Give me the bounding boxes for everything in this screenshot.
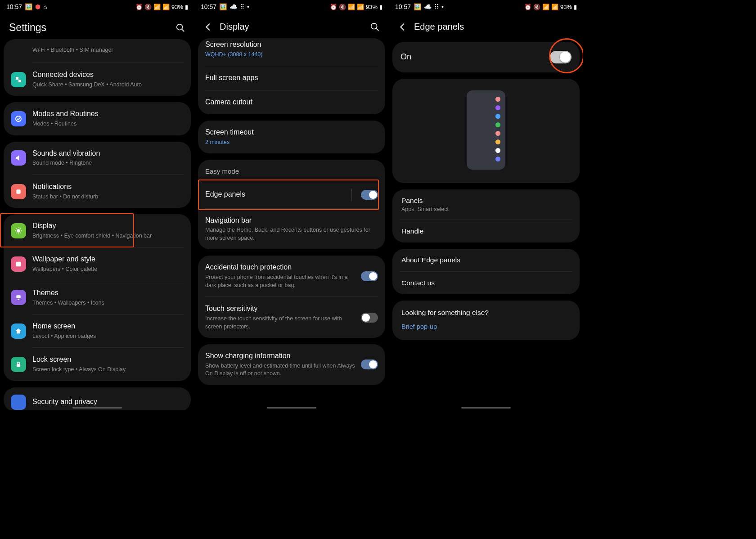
row-home-screen[interactable]: Home screen Layout • App icon badges — [4, 314, 191, 347]
row-screen-resolution[interactable]: Screen resolution WQHD+ (3088 x 1440) — [198, 38, 385, 66]
battery-icon: ▮ — [185, 4, 188, 10]
row-title: Navigation bar — [205, 216, 378, 225]
search-button[interactable] — [370, 22, 380, 32]
row-title: Lock screen — [32, 355, 184, 364]
row-sub: Sound mode • Ringtone — [32, 159, 184, 167]
row-sub: Themes • Wallpapers • Icons — [32, 299, 184, 307]
row-title: Easy mode — [205, 167, 378, 176]
edge-panels-toggle[interactable] — [361, 190, 378, 200]
row-about-edge[interactable]: About Edge panels — [392, 249, 580, 271]
search-button[interactable] — [176, 23, 185, 33]
row-sub: Apps, Smart select — [401, 206, 571, 212]
mute-icon: 🔇 — [144, 4, 152, 10]
charging-info-toggle[interactable] — [361, 359, 378, 369]
row-modes-routines[interactable]: Modes and Routines Modes • Routines — [4, 102, 191, 135]
status-dots-icon: ⠿ — [240, 3, 244, 10]
row-title: Screen resolution — [205, 40, 378, 49]
row-navigation-bar[interactable]: Navigation bar Manage the Home, Back, an… — [198, 209, 385, 250]
status-gallery-icon: 🖼️ — [25, 3, 32, 10]
row-touch-sensitivity[interactable]: Touch sensitivity Increase the touch sen… — [198, 297, 385, 338]
notifications-icon — [11, 184, 26, 199]
preview-dot — [495, 114, 500, 119]
brief-popup-link[interactable]: Brief pop-up — [401, 323, 571, 330]
row-screen-timeout[interactable]: Screen timeout 2 minutes — [198, 121, 385, 153]
row-sub: Show battery level and estimated time un… — [205, 362, 356, 378]
row-wallpaper[interactable]: Wallpaper and style Wallpapers • Color p… — [4, 247, 191, 280]
row-panels[interactable]: Panels Apps, Smart select — [392, 189, 580, 220]
nav-indicator — [267, 407, 316, 409]
row-title: Accidental touch protection — [205, 263, 356, 272]
row-sounds[interactable]: Sounds and vibration Sound mode • Ringto… — [4, 142, 191, 175]
edge-header: Edge panels — [389, 13, 583, 42]
status-time: 10:57 — [395, 3, 411, 10]
status-bar: 10:57 🖼️ ⬢ ⌂ ⏰ 🔇 📶 📶 93% ▮ — [0, 0, 194, 13]
preview-dot — [495, 97, 500, 102]
status-more-icon: • — [247, 3, 249, 10]
status-bar: 10:57 🖼️ ☁️ ⠿ • ⏰ 🔇 📶 📶 93% ▮ — [389, 0, 583, 13]
row-on-toggle[interactable]: On — [392, 42, 580, 72]
status-gallery-icon: 🖼️ — [414, 3, 421, 10]
row-connected-devices[interactable]: Connected devices Quick Share • Samsung … — [4, 63, 191, 96]
nav-indicator — [461, 407, 511, 409]
status-home-icon: ⌂ — [43, 3, 47, 10]
row-handle[interactable]: Handle — [392, 220, 580, 243]
row-connections-partial[interactable]: Wi-Fi • Bluetooth • SIM manager — [4, 39, 191, 63]
row-title: Modes and Routines — [32, 109, 184, 119]
touch-sensitivity-toggle[interactable] — [361, 313, 378, 323]
row-charging-info[interactable]: Show charging information Show battery l… — [198, 344, 385, 385]
card-panels-handle: Panels Apps, Smart select Handle — [392, 189, 580, 243]
row-lock-screen[interactable]: Lock screen Screen lock type • Always On… — [4, 348, 191, 381]
row-title: Security and privacy — [32, 397, 184, 407]
row-sub: Quick Share • Samsung DeX • Android Auto — [32, 81, 184, 89]
preview-dot — [495, 157, 500, 162]
row-accidental-touch[interactable]: Accidental touch protection Protect your… — [198, 256, 385, 296]
preview-dot — [495, 139, 500, 144]
svg-rect-17 — [18, 299, 19, 300]
signal-icon: 📶 — [551, 4, 558, 10]
preview-dot — [495, 122, 500, 127]
svg-line-20 — [376, 28, 379, 31]
looking-title: Looking for something else? — [401, 309, 571, 317]
on-label: On — [400, 52, 545, 62]
row-notifications[interactable]: Notifications Status bar • Do not distur… — [4, 175, 191, 208]
back-button[interactable] — [203, 22, 213, 32]
status-dots-icon: ⠿ — [434, 3, 439, 10]
back-button[interactable] — [398, 22, 408, 32]
row-sub: Brightness • Eye comfort shield • Naviga… — [32, 232, 184, 240]
row-easy-mode[interactable]: Easy mode — [198, 160, 385, 180]
alarm-icon: ⏰ — [135, 4, 143, 10]
card-preview — [392, 79, 580, 183]
security-icon — [11, 395, 26, 410]
card-looking-for: Looking for something else? Brief pop-up — [392, 301, 580, 340]
svg-rect-5 — [16, 189, 20, 193]
row-title: Full screen apps — [205, 73, 378, 83]
wifi-icon: 📶 — [348, 4, 355, 10]
svg-line-1 — [182, 29, 184, 31]
signal-icon: 📶 — [162, 4, 170, 10]
row-sub: 2 minutes — [205, 139, 378, 147]
settings-card-modes: Modes and Routines Modes • Routines — [4, 102, 191, 135]
row-contact-us[interactable]: Contact us — [392, 272, 580, 294]
status-app-icon: ⬢ — [35, 3, 40, 10]
row-full-screen-apps[interactable]: Full screen apps — [198, 66, 385, 90]
status-more-icon: • — [441, 3, 444, 10]
row-sub: Increase the touch sensitivity of the sc… — [205, 315, 356, 331]
svg-rect-3 — [18, 80, 21, 82]
settings-card-display-group: Display Brightness • Eye comfort shield … — [4, 214, 191, 381]
preview-dot — [495, 105, 500, 110]
svg-rect-18 — [17, 364, 20, 367]
preview-box — [467, 90, 505, 170]
row-sub: Manage the Home, Back, and Recents butto… — [205, 226, 378, 242]
row-title: Screen timeout — [205, 128, 378, 137]
themes-icon — [11, 290, 26, 305]
mute-icon: 🔇 — [339, 4, 346, 10]
row-camera-cutout[interactable]: Camera cutout — [198, 90, 385, 114]
svg-point-6 — [17, 229, 20, 233]
wifi-icon: 📶 — [153, 4, 161, 10]
accidental-touch-toggle[interactable] — [361, 271, 378, 281]
edge-master-toggle[interactable] — [550, 51, 572, 63]
status-cloud-icon: ☁️ — [230, 3, 237, 10]
row-edge-panels[interactable]: Edge panels — [198, 180, 385, 209]
row-themes[interactable]: Themes Themes • Wallpapers • Icons — [4, 281, 191, 314]
row-display[interactable]: Display Brightness • Eye comfort shield … — [4, 214, 191, 247]
